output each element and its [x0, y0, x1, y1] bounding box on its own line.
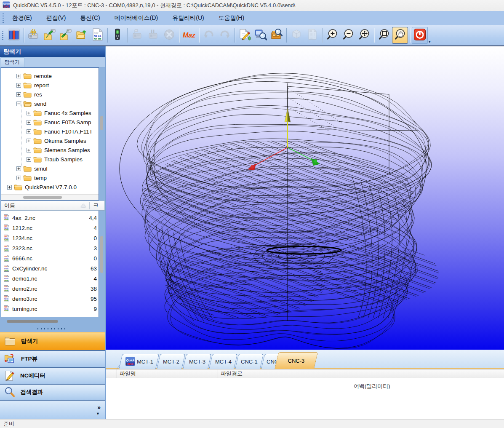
nc-file-button[interactable]: X09N3 G1N4 M6 — [90, 27, 106, 44]
menu-4[interactable]: 유틸리티(U) — [166, 12, 210, 24]
expand-icon[interactable] — [27, 157, 31, 162]
machine-config-button[interactable] — [26, 27, 42, 44]
zoom-in-button[interactable] — [324, 27, 340, 44]
nav-button-label: 탐색기 — [21, 337, 38, 345]
zoom-window-button[interactable] — [376, 27, 392, 44]
tab-mct-1[interactable]: QuickDNCMCT-1 — [119, 354, 159, 369]
mobile-device-button[interactable] — [109, 27, 125, 44]
scrollbar-thumb[interactable] — [100, 236, 103, 273]
file-row-CxCylinder-nc[interactable]: X09N3G1N4M6CxCylinder.nc63 — [1, 263, 99, 273]
expand-icon[interactable] — [27, 139, 31, 143]
menu-1[interactable]: 편집(V) — [40, 12, 72, 24]
tree-item-label: Fanuc 4x Samples — [44, 110, 91, 116]
tree-item-fanuc-f10ta-f11t[interactable]: Fanuc F10TA,F11T — [1, 127, 99, 136]
expand-icon[interactable] — [16, 83, 21, 88]
file-row-6666-nc[interactable]: X09N3G1N4M66666.nc0 — [1, 253, 99, 263]
expand-icon[interactable] — [7, 185, 12, 190]
file-row-demo1-nc[interactable]: X09N3G1N4M6demo1.nc4 — [1, 273, 99, 284]
expand-icon[interactable] — [27, 148, 31, 152]
tree-item-quickpanel-v7-7-0-0[interactable]: QuickPanel V7.7.0.0 — [1, 182, 99, 192]
tree-item-remote[interactable]: remote — [1, 71, 99, 80]
redo-icon — [219, 28, 231, 43]
file-row-demo2-nc[interactable]: X09N3G1N4M6demo2.nc38 — [1, 284, 99, 294]
file-row-turning-nc[interactable]: X09N3G1N4M6turning.nc9 — [1, 304, 99, 314]
file-row-1212-nc[interactable]: X09N3G1N4M61212.nc4 — [1, 223, 99, 233]
tab-cnc-1[interactable]: CNC-1 — [235, 354, 264, 369]
column-name[interactable]: 이름 — [1, 202, 89, 209]
tree-item-send[interactable]: send — [1, 99, 99, 108]
expand-icon[interactable] — [16, 166, 21, 171]
file-row-2323-nc[interactable]: X09N3G1N4M62323.nc3 — [1, 243, 99, 253]
port-settings-button[interactable] — [6, 27, 22, 44]
nav-search-results-button[interactable]: 검색결과 — [0, 385, 105, 401]
queue-grid-body[interactable]: 여백(밀리미터) — [106, 378, 504, 419]
more-buttons-chevron-icon[interactable]: » — [97, 404, 101, 411]
tree-vertical-scrollbar[interactable] — [99, 67, 105, 201]
expand-icon[interactable] — [27, 129, 31, 134]
tree-item-res[interactable]: res — [1, 90, 99, 99]
edit-nc-button[interactable] — [237, 27, 253, 44]
search-computer-button[interactable] — [253, 27, 269, 44]
list-vertical-scrollbar[interactable] — [99, 211, 105, 317]
zoom-extents-button[interactable] — [356, 27, 372, 44]
tab-cnc-3[interactable]: CNC-3 — [275, 352, 318, 369]
svg-text:X09: X09 — [4, 225, 7, 227]
column-filepath[interactable]: 파일경로 — [218, 369, 504, 378]
toolbar-overflow-icon[interactable]: ▾ — [429, 40, 431, 44]
3d-toolpath-viewport[interactable] — [106, 46, 504, 350]
expand-icon[interactable] — [27, 111, 31, 115]
list-horizontal-scrollbar[interactable] — [0, 317, 105, 326]
nav-nc-editor-button[interactable]: NC에디터 — [0, 368, 105, 385]
expand-icon[interactable] — [16, 92, 21, 97]
tree-item-simul[interactable]: simul — [1, 164, 99, 173]
exit-button[interactable] — [412, 27, 428, 44]
menu-0[interactable]: 환경(E) — [6, 12, 38, 24]
expand-icon[interactable] — [16, 176, 21, 180]
tree-item-report[interactable]: report — [1, 80, 99, 90]
collapse-icon[interactable] — [16, 102, 21, 106]
menu-3[interactable]: 데이터베이스(D) — [109, 12, 164, 24]
tree-item-label: remote — [34, 73, 52, 79]
menu-5[interactable]: 도움말(H) — [213, 12, 250, 24]
tab-mct-4[interactable]: MCT-4 — [209, 354, 237, 369]
tree-horizontal-scrollbar[interactable] — [1, 194, 99, 200]
nav-explorer-button[interactable]: 탐색기 — [0, 332, 105, 351]
zoom-out-button[interactable] — [340, 27, 356, 44]
svg-text:N3G1: N3G1 — [4, 248, 8, 249]
tree-item-siemens-samples[interactable]: Siemens Samples — [1, 145, 99, 155]
svg-text:N4M6: N4M6 — [4, 290, 8, 292]
collapse-arrow-icon[interactable]: ▼ — [96, 412, 100, 416]
column-size[interactable]: 크 — [89, 202, 104, 209]
send-file-button[interactable] — [42, 27, 58, 44]
scrollbar-thumb[interactable] — [23, 196, 62, 199]
svg-text:X09: X09 — [4, 256, 7, 257]
mazak-button[interactable]: Maz — [181, 27, 197, 44]
svg-text:X09: X09 — [4, 286, 7, 288]
tree-item-traub-samples[interactable]: Traub Samples — [1, 155, 99, 164]
expand-icon[interactable] — [27, 120, 31, 125]
tree-item-temp[interactable]: temp — [1, 173, 99, 182]
tree-item-fanuc-4x-samples[interactable]: Fanuc 4x Samples — [1, 108, 99, 118]
file-row-4ax-2-nc[interactable]: X09N3G1N4M64ax_2.nc4,4 — [1, 213, 99, 223]
explorer-panel-tab[interactable]: 탐색기 — [0, 57, 105, 67]
scrollbar-thumb[interactable] — [7, 320, 58, 323]
tree-item-fanuc-f0ta-samp[interactable]: Fanuc F0TA Samp — [1, 118, 99, 127]
panel-splitter[interactable] — [0, 326, 105, 332]
file-row-demo3-nc[interactable]: X09N3G1N4M6demo3.nc95 — [1, 294, 99, 304]
svg-text:N4M6: N4M6 — [4, 310, 8, 312]
toolbar-separator — [107, 28, 108, 43]
file-row-1234-nc[interactable]: X09N3G1N4M61234.nc0 — [1, 233, 99, 243]
scrollbar-thumb[interactable] — [100, 116, 103, 130]
menu-2[interactable]: 통신(C) — [74, 12, 106, 24]
folder-transfer-button[interactable] — [74, 27, 90, 44]
receive-file-button[interactable] — [58, 27, 74, 44]
pan-button[interactable] — [392, 27, 408, 44]
search-archive-button[interactable] — [269, 27, 285, 44]
tab-mct-3[interactable]: MCT-3 — [183, 354, 211, 369]
nav-ftp-view-button[interactable]: FTP뷰 — [0, 351, 105, 368]
expand-icon[interactable] — [16, 74, 21, 78]
send-file-icon — [43, 28, 56, 43]
tab-mct-2[interactable]: MCT-2 — [157, 354, 185, 369]
tree-item-okuma-samples[interactable]: Okuma Samples — [1, 136, 99, 145]
column-filename[interactable]: 파일명 — [117, 369, 218, 378]
